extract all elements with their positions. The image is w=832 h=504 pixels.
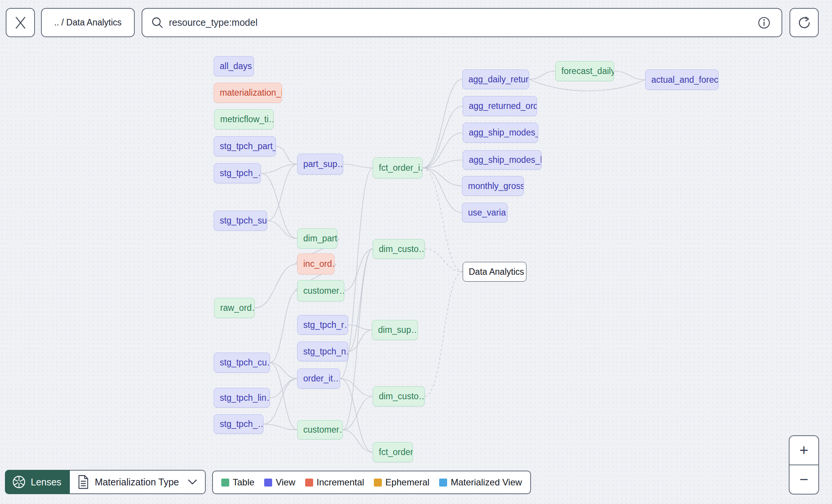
legend-swatch-incremental <box>305 479 313 487</box>
graph-node-agg_ship_modes_ha[interactable]: agg_ship_modes_ha… <box>463 150 542 170</box>
legend-label-materialized-view: Materialized View <box>451 477 522 488</box>
legend-label-incremental: Incremental <box>317 477 364 488</box>
lineage-edge-customer_bot-dim_custo_bot <box>343 397 373 430</box>
graph-node-part_sup[interactable]: part_sup… <box>297 154 343 175</box>
document-icon <box>77 474 90 490</box>
graph-node-order_it[interactable]: order_it… <box>297 369 340 389</box>
graph-node-dim_parts[interactable]: dim_parts <box>297 228 337 249</box>
lineage-edge-customer_bot-fct_orders <box>343 430 373 452</box>
graph-node-dim_custo_top[interactable]: dim_custo… <box>373 239 425 259</box>
legend-swatch-view <box>264 479 272 487</box>
zoom-in-button[interactable]: + <box>789 436 818 465</box>
breadcrumb[interactable]: .. / Data Analytics <box>41 8 135 37</box>
graph-node-actual_and_foreca[interactable]: actual_and_foreca… <box>645 69 719 90</box>
graph-node-stg_tpch_lin[interactable]: stg_tpch_lin… <box>214 388 270 408</box>
graph-node-stg_tpch_b[interactable]: stg_tpch_… <box>214 414 263 434</box>
materialization-legend: Table View Incremental Ephemeral Materia… <box>212 471 531 494</box>
lenses-button-label: Lenses <box>31 477 61 488</box>
graph-node-stg_tpch_part[interactable]: stg_tpch_part_… <box>214 136 276 156</box>
lineage-edge-dim_custo_top-data_analytics <box>425 249 463 272</box>
search-bar[interactable] <box>142 8 782 37</box>
graph-node-agg_returned_orde[interactable]: agg_returned_orde… <box>463 96 537 116</box>
graph-node-materialization_i[interactable]: materialization_i… <box>214 83 282 103</box>
lineage-edge-stg_tpch_cu-customer_mid <box>270 291 297 363</box>
graph-node-stg_tpch_su[interactable]: stg_tpch_su… <box>214 211 267 231</box>
breadcrumb-label: .. / Data Analytics <box>54 17 122 28</box>
graph-node-dim_custo_bot[interactable]: dim_custo… <box>373 386 425 406</box>
legend-item-table: Table <box>221 477 254 488</box>
search-icon <box>151 16 164 30</box>
minus-icon: − <box>799 471 808 488</box>
graph-node-dim_sup[interactable]: dim_sup… <box>372 320 418 340</box>
refresh-icon <box>797 15 812 30</box>
graph-node-data_analytics[interactable]: Data Analytics | … <box>463 262 526 282</box>
graph-node-all_days[interactable]: all_days <box>214 56 254 76</box>
graph-node-customer_bot[interactable]: customer… <box>297 420 343 439</box>
legend-label-table: Table <box>233 477 254 488</box>
graph-node-stg_tpch_a[interactable]: stg_tpch_… <box>214 163 261 183</box>
lineage-edge-stg_tpch_cu-customer_bot <box>270 363 297 430</box>
legend-swatch-ephemeral <box>374 479 382 487</box>
lineage-edge-fct_order_i-monthly_gross <box>422 168 462 186</box>
lineage-edge-stg_tpch_a-part_sup <box>261 164 297 173</box>
legend-label-ephemeral: Ephemeral <box>385 477 429 488</box>
graph-node-forecast_daily[interactable]: forecast_daily… <box>555 61 614 81</box>
plus-icon: + <box>799 442 808 459</box>
lineage-edge-fct_order_i-agg_daily_retur <box>422 79 462 168</box>
zoom-out-button[interactable]: − <box>789 465 818 494</box>
lens-selected-label: Materialization Type <box>95 477 179 488</box>
close-button[interactable] <box>6 8 35 37</box>
lenses-button[interactable]: Lenses <box>5 470 70 494</box>
graph-node-monthly_gross[interactable]: monthly_gross… <box>462 176 524 196</box>
zoom-controls: + − <box>789 435 819 495</box>
lineage-edge-order_it-fct_orders <box>340 379 373 452</box>
refresh-button[interactable] <box>789 8 819 37</box>
lineage-edge-part_sup-fct_order_i <box>343 164 373 168</box>
legend-label-view: View <box>276 477 295 488</box>
lens-selector[interactable]: Materialization Type <box>70 470 206 494</box>
lineage-edge-stg_tpch_su-dim_parts <box>267 221 297 239</box>
graph-node-stg_tpch_n[interactable]: stg_tpch_n… <box>297 342 348 361</box>
lineage-edge-fct_order_i-agg_returned_orde <box>422 106 463 168</box>
graph-node-metricflow_ti[interactable]: metricflow_ti… <box>214 109 274 129</box>
graph-node-use_varia[interactable]: use_varia… <box>462 203 507 222</box>
graph-node-stg_tpch_cu[interactable]: stg_tpch_cu… <box>214 353 270 373</box>
graph-node-fct_orders[interactable]: fct_orders <box>373 442 413 462</box>
search-input[interactable] <box>164 17 756 28</box>
lineage-edge-fct_order_i-use_varia <box>422 168 462 213</box>
close-icon <box>14 16 27 29</box>
lens-aperture-icon <box>12 475 26 489</box>
graph-node-inc_ord[interactable]: inc_ord… <box>297 254 334 274</box>
graph-node-fct_order_i[interactable]: fct_order_i… <box>373 158 422 178</box>
lineage-edge-dim_custo_bot-data_analytics <box>425 272 463 397</box>
lineage-edge-forecast_daily-actual_and_foreca <box>614 71 645 80</box>
graph-node-agg_daily_retur[interactable]: agg_daily_retur… <box>462 69 529 89</box>
lineage-graph-app: all_daysmaterialization_i…metricflow_ti…… <box>0 0 832 504</box>
graph-node-agg_ship_modes_d[interactable]: agg_ship_modes_d… <box>463 123 538 143</box>
lenses-control: Lenses Materialization Type <box>5 470 206 494</box>
legend-item-materialized-view: Materialized View <box>439 477 522 488</box>
graph-node-stg_tpch_r[interactable]: stg_tpch_r… <box>297 315 348 335</box>
lineage-edge-stg_tpch_su-part_sup <box>267 164 297 221</box>
legend-item-ephemeral: Ephemeral <box>374 477 429 488</box>
lineage-edge-stg_tpch_b-customer_bot <box>263 424 297 430</box>
info-icon[interactable] <box>756 15 772 30</box>
legend-item-view: View <box>264 477 295 488</box>
graph-node-raw_ord[interactable]: raw_ord… <box>214 298 255 318</box>
lineage-edge-agg_daily_retur-forecast_daily <box>529 71 555 80</box>
lineage-edge-stg_tpch_part-part_sup <box>276 146 297 164</box>
lineage-edge-customer_bot-dim_custo_top <box>343 249 373 430</box>
legend-swatch-materialized-view <box>439 479 447 487</box>
lineage-edge-raw_ord-inc_ord <box>255 264 297 308</box>
legend-swatch-table <box>221 479 229 487</box>
lineage-edge-fct_order_i-data_analytics <box>422 168 463 272</box>
legend-item-incremental: Incremental <box>305 477 364 488</box>
graph-node-customer_mid[interactable]: customer… <box>297 280 344 301</box>
chevron-down-icon <box>188 479 197 485</box>
